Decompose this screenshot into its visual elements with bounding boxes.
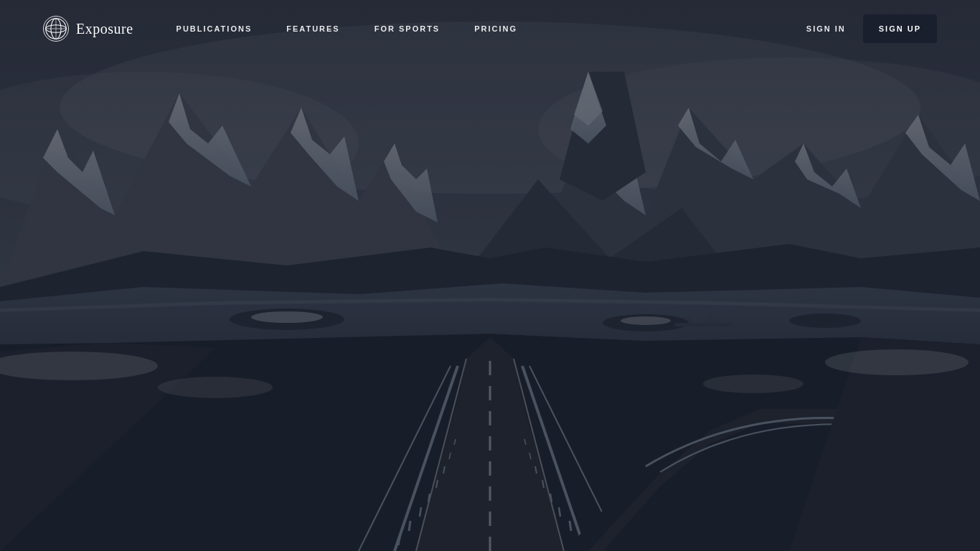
nav-link-features[interactable]: FEATURES xyxy=(286,24,339,33)
logo-text: Exposure xyxy=(76,21,133,37)
nav-link-pricing[interactable]: PRICING xyxy=(474,24,517,33)
sign-up-button[interactable]: SIGN UP xyxy=(863,14,937,43)
nav-links: PUBLICATIONS FEATURES FOR SPORTS PRICING xyxy=(176,24,806,33)
nav-link-for-sports[interactable]: FOR SPORTS xyxy=(374,24,440,33)
logo-link[interactable]: Exposure xyxy=(43,16,133,42)
nav-link-publications[interactable]: PUBLICATIONS xyxy=(176,24,253,33)
sign-in-button[interactable]: SIGN IN xyxy=(806,24,846,33)
logo-icon xyxy=(43,16,69,42)
hero-section: Exposure PUBLICATIONS FEATURES FOR SPORT… xyxy=(0,0,980,551)
navigation: Exposure PUBLICATIONS FEATURES FOR SPORT… xyxy=(0,0,980,57)
nav-actions: SIGN IN SIGN UP xyxy=(806,14,937,43)
hero-overlay xyxy=(0,0,980,551)
